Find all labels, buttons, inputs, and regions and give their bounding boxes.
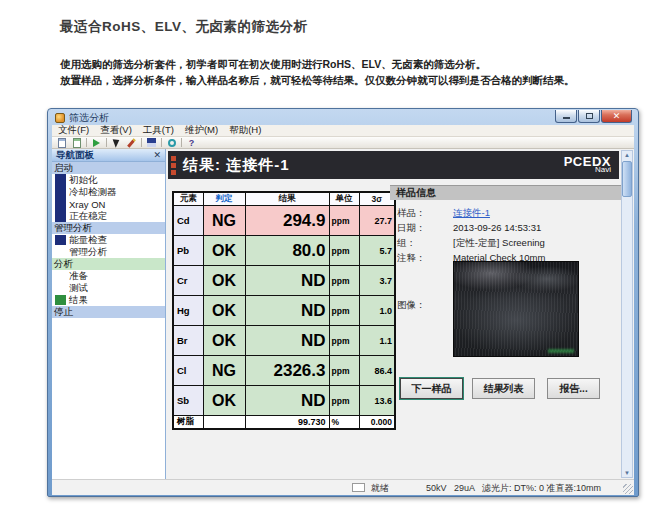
menu-item-file[interactable]: 文件(F) <box>58 124 89 137</box>
field-date: 日期： 2013-09-26 14:53:31 <box>397 222 621 237</box>
report-button[interactable]: 报告... <box>547 378 600 399</box>
table-footer-row: 树脂 99.730 % 0.000 <box>173 416 395 430</box>
app-icon <box>55 113 65 123</box>
help-icon[interactable]: ? <box>186 137 197 148</box>
col-element: 元素 <box>173 192 203 206</box>
toolbar-separator <box>181 138 182 147</box>
status-params: 50kV 29uA 滤光片: DT%: 0 准直器:10mm <box>426 482 601 495</box>
intro-text: 使用选购的筛选分析套件，初学者即可在初次使用时进行RoHS、ELV、无卤素的筛选… <box>60 56 575 88</box>
maximize-button[interactable] <box>578 110 600 123</box>
mode-ring-icon[interactable] <box>166 137 177 148</box>
menu-item-view[interactable]: 查看(V) <box>100 124 132 137</box>
sidebar-item-manage-analysis[interactable]: 管理分析 <box>52 246 165 258</box>
minimize-button[interactable] <box>555 110 577 123</box>
col-unit: 单位 <box>329 192 359 206</box>
close-button[interactable]: ✕ <box>601 110 632 123</box>
navigation-panel-title: 导航面板 <box>56 149 94 162</box>
window-titlebar[interactable]: 筛选分析 ✕ <box>52 109 634 125</box>
toolbar-separator <box>86 138 87 147</box>
sidebar-item-xray-on[interactable]: Xray ON <box>52 198 165 210</box>
sidebar-group-analysis[interactable]: 分析 <box>52 258 165 270</box>
table-row-sb: Sb OK ND ppm 13.6 <box>173 386 395 416</box>
field-image-label: 图像： <box>397 299 426 312</box>
panel-close-icon[interactable]: ✕ <box>153 150 161 160</box>
pointer-icon[interactable] <box>111 137 122 148</box>
minimize-icon <box>563 117 570 119</box>
page: 最适合RoHS、ELV、无卤素的筛选分析 使用选购的筛选分析套件，初学者即可在初… <box>0 0 646 506</box>
table-row-cl: Cl NG 2326.3 ppm 86.4 <box>173 356 395 386</box>
toolbar-separator <box>106 138 107 147</box>
table-row-br: Br OK ND ppm 1.1 <box>173 326 395 356</box>
result-marker <box>55 295 66 305</box>
table-row-cr: Cr OK ND ppm 3.7 <box>173 266 395 296</box>
table-row-hg: Hg OK ND ppm 1.0 <box>173 296 395 326</box>
sidebar-item-result[interactable]: 结果 <box>52 294 165 306</box>
sample-link[interactable]: 连接件-1 <box>453 207 490 222</box>
header-marker-icons <box>171 156 176 175</box>
scrollbar-thumb[interactable] <box>622 161 632 197</box>
page-title: 最适合RoHS、ELV、无卤素的筛选分析 <box>60 18 308 36</box>
sample-image <box>453 261 579 357</box>
energy-check-marker <box>55 235 66 245</box>
menu-item-tools[interactable]: 工具(T) <box>143 124 174 137</box>
result-title: 结果: 连接件-1 <box>183 156 290 175</box>
table-row-pb: Pb OK 80.0 ppm 5.7 <box>173 236 395 266</box>
status-bar: 就绪 50kV 29uA 滤光片: DT%: 0 准直器:10mm <box>52 479 634 495</box>
result-header: 结果: 连接件-1 PCEDX Navi <box>168 151 619 179</box>
status-indicator <box>352 483 365 492</box>
field-sample: 样品： 连接件-1 <box>397 207 621 222</box>
sidebar-item-energy-check[interactable]: 能量检查 <box>52 234 165 246</box>
resize-grip[interactable] <box>623 484 633 494</box>
sidebar-group-startup[interactable]: 启动 <box>52 162 165 174</box>
scroll-down-icon[interactable]: ▼ <box>624 469 630 477</box>
navigation-panel: 导航面板 ✕ 启动 初始化 冷却检测器 Xray ON 正在稳定 管理分析 能量… <box>52 149 166 479</box>
scroll-up-icon[interactable]: ▲ <box>624 151 630 159</box>
sidebar-item-prepare[interactable]: 准备 <box>52 270 165 282</box>
intro-line-1: 使用选购的筛选分析套件，初学者即可在初次使用时进行RoHS、ELV、无卤素的筛选… <box>60 58 486 70</box>
menu-bar: 文件(F) 查看(V) 工具(T) 维护(M) 帮助(H) <box>52 125 634 137</box>
table-row-cd: Cd NG 294.9 ppm 27.7 <box>173 206 395 236</box>
col-result: 结果 <box>245 192 329 206</box>
results-table: 元素 判定 结果 单位 3σ Cd NG 294.9 ppm 27.7 <box>172 191 396 430</box>
toolbar-separator <box>141 138 142 147</box>
open-document-icon[interactable] <box>71 137 82 148</box>
brand-logo: PCEDX Navi <box>564 156 611 174</box>
next-sample-button[interactable]: 下一样品 <box>400 378 463 399</box>
sidebar-item-test[interactable]: 测试 <box>52 282 165 294</box>
sample-info-header: 样品信息 <box>390 185 621 200</box>
status-ready: 就绪 <box>371 482 389 495</box>
sidebar-item-stabilizing[interactable]: 正在稳定 <box>52 210 165 222</box>
menu-item-help[interactable]: 帮助(H) <box>229 124 261 137</box>
save-icon[interactable] <box>146 137 157 148</box>
sidebar-group-manage-analysis[interactable]: 管理分析 <box>52 222 165 234</box>
sidebar-item-cool-detector[interactable]: 冷却检测器 <box>52 186 165 198</box>
new-document-icon[interactable] <box>56 137 67 148</box>
toolbar-separator <box>161 138 162 147</box>
main-content: 结果: 连接件-1 PCEDX Navi 元素 判定 结果 单位 3σ <box>166 149 634 479</box>
sidebar-group-stop[interactable]: 停止 <box>52 306 165 318</box>
app-window: 筛选分析 ✕ 文件(F) 查看(V) 工具(T) 维护(M) 帮助(H) <box>47 108 639 497</box>
result-list-button[interactable]: 结果列表 <box>472 378 535 399</box>
maximize-icon <box>586 113 593 119</box>
table-header-row: 元素 判定 结果 单位 3σ <box>173 192 395 206</box>
col-judge: 判定 <box>203 192 245 206</box>
intro-line-2: 放置样品，选择分析条件，输入样品名称后，就可轻松等待结果。仅仅数分钟就可以得到是… <box>60 74 575 86</box>
sidebar-item-initialize[interactable]: 初始化 <box>52 174 165 186</box>
start-measure-icon[interactable] <box>91 137 102 148</box>
window-controls: ✕ <box>555 110 632 123</box>
menu-item-maintenance[interactable]: 维护(M) <box>185 124 218 137</box>
edit-icon[interactable] <box>126 137 137 148</box>
toolbar: ? <box>52 137 634 149</box>
window-title: 筛选分析 <box>69 111 109 125</box>
field-group: 组： [定性-定量] Screening <box>397 237 621 252</box>
vertical-scrollbar[interactable]: ▲ ▼ <box>621 150 633 478</box>
